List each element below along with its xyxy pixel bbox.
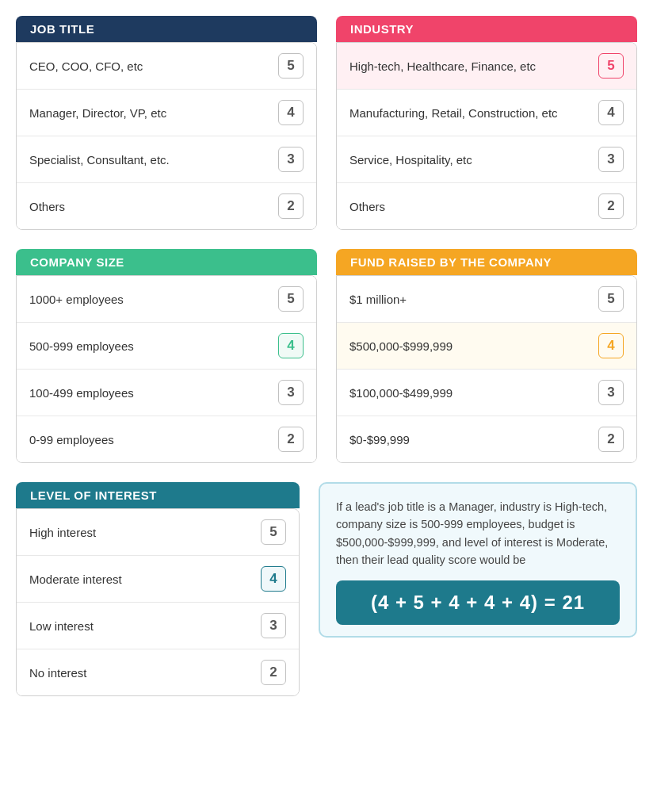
level-of-interest-items: High interest 5 Moderate interest 4 Low … <box>16 508 300 696</box>
item-label: 100-499 employees <box>29 386 134 400</box>
list-item: Moderate interest 4 <box>17 556 299 603</box>
fund-raised-items: $1 million+ 5 $500,000-$999,999 4 $100,0… <box>336 275 637 463</box>
item-label: Manager, Director, VP, etc <box>29 106 166 120</box>
list-item: High interest 5 <box>17 509 299 556</box>
row-3: LEVEL OF INTEREST High interest 5 Modera… <box>16 482 637 696</box>
item-label: $100,000-$499,999 <box>349 386 453 400</box>
list-item: $1 million+ 5 <box>337 276 636 323</box>
item-label: 1000+ employees <box>29 293 124 306</box>
item-label: High-tech, Healthcare, Finance, etc <box>349 59 536 73</box>
formula-box: (4 + 5 + 4 + 4 + 4) = 21 <box>336 580 620 625</box>
industry-section: INDUSTRY High-tech, Healthcare, Finance,… <box>336 16 637 230</box>
company-size-header: COMPANY SIZE <box>16 249 317 275</box>
list-item: Specialist, Consultant, etc. 3 <box>17 136 316 183</box>
list-item: 500-999 employees 4 <box>17 323 316 370</box>
formula-text: (4 + 5 + 4 + 4 + 4) = 21 <box>371 592 585 613</box>
item-score: 2 <box>278 193 304 219</box>
item-label: Moderate interest <box>29 573 122 586</box>
list-item: High-tech, Healthcare, Finance, etc 5 <box>337 43 636 90</box>
item-score: 2 <box>598 193 624 219</box>
item-label: Service, Hospitality, etc <box>349 153 472 167</box>
list-item: $500,000-$999,999 4 <box>337 323 636 370</box>
item-label: CEO, COO, CFO, etc <box>29 59 143 73</box>
item-score: 3 <box>261 613 286 638</box>
item-label: $500,000-$999,999 <box>349 339 453 353</box>
item-score: 5 <box>278 53 304 79</box>
item-score: 2 <box>261 660 286 685</box>
item-label: Others <box>29 200 65 213</box>
company-size-items: 1000+ employees 5 500-999 employees 4 10… <box>16 275 317 463</box>
level-of-interest-section: LEVEL OF INTEREST High interest 5 Modera… <box>16 482 300 696</box>
list-item: $100,000-$499,999 3 <box>337 370 636 416</box>
item-label: $0-$99,999 <box>349 433 410 446</box>
item-label: No interest <box>29 666 87 680</box>
item-score: 4 <box>278 333 304 358</box>
list-item: Low interest 3 <box>17 603 299 649</box>
item-score: 5 <box>598 286 624 312</box>
list-item: $0-$99,999 2 <box>337 416 636 462</box>
company-size-section: COMPANY SIZE 1000+ employees 5 500-999 e… <box>16 249 317 463</box>
list-item: Others 2 <box>17 183 316 229</box>
main-container: JOB TITLE CEO, COO, CFO, etc 5 Manager, … <box>16 16 637 696</box>
item-label: $1 million+ <box>349 293 407 306</box>
list-item: 1000+ employees 5 <box>17 276 316 323</box>
job-title-section: JOB TITLE CEO, COO, CFO, etc 5 Manager, … <box>16 16 317 230</box>
item-label: Specialist, Consultant, etc. <box>29 153 170 167</box>
item-score: 3 <box>598 380 624 405</box>
industry-header: INDUSTRY <box>336 16 637 42</box>
list-item: 100-499 employees 3 <box>17 370 316 416</box>
item-score: 2 <box>598 427 624 452</box>
item-score: 5 <box>598 53 624 79</box>
item-score: 5 <box>278 286 304 312</box>
list-item: Service, Hospitality, etc 3 <box>337 136 636 183</box>
item-score: 4 <box>278 100 304 125</box>
item-score: 4 <box>598 100 624 125</box>
item-score: 3 <box>598 147 624 172</box>
list-item: No interest 2 <box>17 649 299 695</box>
row-2: COMPANY SIZE 1000+ employees 5 500-999 e… <box>16 249 637 463</box>
industry-items: High-tech, Healthcare, Finance, etc 5 Ma… <box>336 42 637 230</box>
item-label: High interest <box>29 526 96 539</box>
item-label: Others <box>349 200 385 213</box>
item-label: Low interest <box>29 619 94 633</box>
list-item: CEO, COO, CFO, etc 5 <box>17 43 316 90</box>
example-text: If a lead's job title is a Manager, indu… <box>336 498 620 569</box>
item-score: 4 <box>261 566 286 592</box>
fund-raised-header: FUND RAISED BY THE COMPANY <box>336 249 637 275</box>
job-title-header: JOB TITLE <box>16 16 317 42</box>
list-item: Manager, Director, VP, etc 4 <box>17 90 316 136</box>
job-title-items: CEO, COO, CFO, etc 5 Manager, Director, … <box>16 42 317 230</box>
fund-raised-section: FUND RAISED BY THE COMPANY $1 million+ 5… <box>336 249 637 463</box>
item-score: 2 <box>278 427 304 452</box>
list-item: 0-99 employees 2 <box>17 416 316 462</box>
list-item: Manufacturing, Retail, Construction, etc… <box>337 90 636 136</box>
list-item: Others 2 <box>337 183 636 229</box>
item-score: 3 <box>278 380 304 405</box>
item-label: Manufacturing, Retail, Construction, etc <box>349 106 558 120</box>
row-1: JOB TITLE CEO, COO, CFO, etc 5 Manager, … <box>16 16 637 230</box>
item-label: 0-99 employees <box>29 433 114 446</box>
item-label: 500-999 employees <box>29 339 134 353</box>
example-box: If a lead's job title is a Manager, indu… <box>319 482 637 638</box>
level-of-interest-header: LEVEL OF INTEREST <box>16 482 300 508</box>
item-score: 3 <box>278 147 304 172</box>
item-score: 5 <box>261 519 286 545</box>
item-score: 4 <box>598 333 624 358</box>
